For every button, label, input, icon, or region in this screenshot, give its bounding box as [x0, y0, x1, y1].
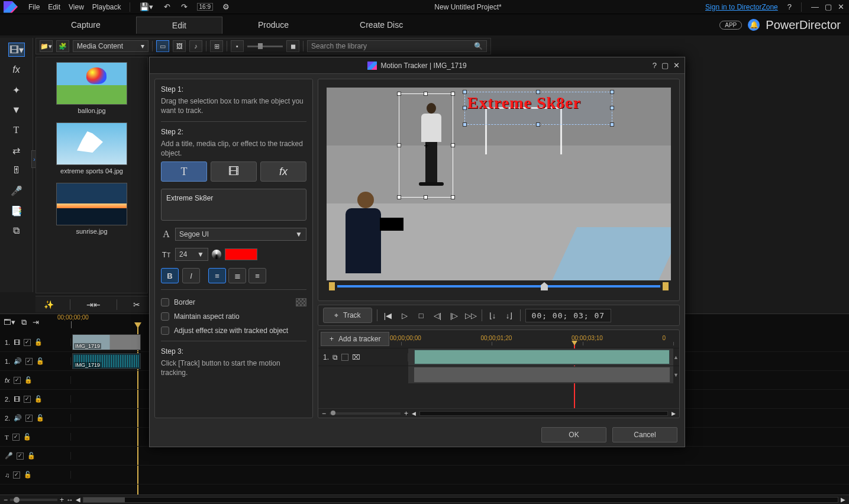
stop-icon[interactable]: □	[415, 309, 427, 321]
notification-icon[interactable]: 🔔	[748, 19, 760, 31]
mini-scroll-up-icon[interactable]: ▲	[673, 354, 679, 360]
zoom-fit-icon[interactable]: ↔	[66, 496, 73, 504]
track-header-audio-1[interactable]: 1.🔊🔓	[0, 357, 71, 365]
thumb-large-icon[interactable]: ◼	[286, 40, 299, 52]
media-item[interactable]: ballon.jpg	[41, 62, 143, 114]
chapter-room-icon[interactable]: 📑	[8, 203, 25, 218]
minimize-icon[interactable]: —	[810, 2, 820, 11]
lock-icon[interactable]: 🔓	[34, 338, 43, 346]
split-icon[interactable]: ⇥⇤	[86, 300, 101, 309]
track-header-music[interactable]: ♫🔓	[0, 471, 71, 479]
title-text-input[interactable]: Extreme Sk8er	[161, 189, 306, 221]
scroll-left-icon[interactable]: ◀	[76, 496, 80, 503]
add-tracker-button[interactable]: +Add a tracker	[321, 332, 389, 346]
add-media-button[interactable]: 🎞	[211, 161, 257, 182]
mini-zoom-in-icon[interactable]: +	[404, 409, 408, 418]
help-icon[interactable]: ?	[786, 2, 793, 11]
settings-icon[interactable]: ⚙	[221, 2, 231, 11]
mini-scroll-down-icon[interactable]: ▼	[673, 372, 679, 378]
tab-capture[interactable]: Capture	[35, 17, 136, 33]
effect-size-checkbox[interactable]	[161, 327, 169, 335]
close-icon[interactable]: ✕	[837, 2, 845, 11]
tab-edit[interactable]: Edit	[136, 17, 222, 34]
zoom-out-icon[interactable]: −	[4, 496, 8, 504]
menu-edit[interactable]: Edit	[48, 3, 60, 11]
track-header-video-1[interactable]: 1.🎞🔓	[0, 338, 71, 346]
magic-fix-icon[interactable]: ✨	[44, 300, 54, 309]
timeline-clip[interactable]: IMG_1719	[72, 353, 141, 369]
font-size-dropdown[interactable]: 24▼	[175, 248, 208, 261]
aspect-checkbox[interactable]	[161, 312, 169, 321]
add-effect-button[interactable]: fx	[260, 161, 306, 182]
mark-in-icon[interactable]: ⌊↓	[487, 309, 499, 321]
audio-mixing-icon[interactable]: 🎚	[8, 163, 25, 177]
prev-frame-icon[interactable]: ◁|	[432, 309, 444, 321]
tl-marker-icon[interactable]: ⧉	[21, 318, 27, 327]
font-family-dropdown[interactable]: Segoe UI▼	[175, 228, 306, 241]
subtitle-room-icon[interactable]: ⧉	[8, 224, 25, 238]
ok-button[interactable]: OK	[541, 427, 606, 442]
track-header-title[interactable]: T🔓	[0, 433, 71, 441]
tracker-clip[interactable]	[414, 350, 670, 364]
mini-zoom-slider[interactable]	[330, 412, 401, 415]
mark-out-icon[interactable]: ↓⌋	[503, 309, 515, 321]
scroll-right-icon[interactable]: ▶	[841, 496, 845, 503]
align-left-button[interactable]: ≡	[208, 268, 226, 283]
sign-in-link[interactable]: Sign in to DirectorZone	[705, 3, 778, 11]
media-room-icon[interactable]: 🎞▾	[8, 43, 25, 57]
undo-icon[interactable]: ↶	[163, 2, 172, 11]
filter-audio-icon[interactable]: ♪	[189, 40, 202, 52]
pip-room-icon[interactable]: ✦	[8, 83, 25, 97]
border-color-swatch[interactable]	[296, 298, 306, 306]
title-room-icon[interactable]: T	[8, 123, 25, 137]
app-store-pill[interactable]: APP	[719, 21, 742, 30]
track-header-audio-2[interactable]: 2.🔊🔓	[0, 414, 71, 422]
timeline-clip[interactable]: IMG_1719	[72, 334, 141, 350]
dialog-close-icon[interactable]: ✕	[673, 61, 680, 70]
lock-icon[interactable]: 🔓	[24, 376, 33, 384]
tl-snap-icon[interactable]: ⇥	[33, 318, 39, 327]
import-icon[interactable]: 📁▾	[40, 40, 53, 52]
lock-icon[interactable]: 🔓	[36, 414, 44, 422]
timecode-display[interactable]: 00; 00; 03; 07	[525, 309, 612, 322]
effect-room-icon[interactable]: fx	[8, 63, 25, 77]
save-icon[interactable]: 💾▾	[138, 2, 154, 11]
mini-zoom-out-icon[interactable]: −	[322, 409, 326, 418]
tab-produce[interactable]: Produce	[222, 17, 324, 33]
library-dropdown[interactable]: Media Content▾	[73, 40, 149, 52]
scrub-playhead[interactable]	[541, 282, 548, 290]
library-search-input[interactable]: Search the library 🔍	[307, 40, 487, 52]
add-title-button[interactable]: T	[161, 161, 207, 182]
transition-room-icon[interactable]: ⇄	[8, 143, 25, 157]
lock-icon[interactable]: 🔓	[23, 433, 31, 441]
plugin-icon[interactable]: 🧩	[56, 40, 69, 52]
menu-view[interactable]: View	[69, 3, 84, 11]
zoom-in-icon[interactable]: +	[60, 496, 64, 504]
align-right-button[interactable]: ≡	[248, 268, 266, 283]
particle-room-icon[interactable]: ▼	[8, 103, 25, 117]
menu-file[interactable]: File	[28, 3, 40, 11]
tracker-selection-box[interactable]: +	[399, 93, 453, 198]
horizontal-scrollbar[interactable]	[83, 497, 838, 503]
dialog-help-icon[interactable]: ?	[653, 61, 657, 70]
cancel-button[interactable]: Cancel	[612, 427, 677, 442]
dialog-maximize-icon[interactable]: ▢	[661, 61, 669, 70]
lock-icon[interactable]: 🔓	[34, 395, 43, 403]
voiceover-icon[interactable]: 🎤	[8, 183, 25, 198]
track-header-fx[interactable]: fx🔓	[0, 376, 71, 384]
thumb-size-slider[interactable]	[247, 46, 283, 47]
preview-scrubber[interactable]	[327, 280, 671, 292]
italic-button[interactable]: I	[182, 268, 200, 283]
tl-view-icon[interactable]: 🗔▾	[4, 318, 15, 327]
fast-forward-icon[interactable]: ▷▷	[465, 309, 477, 321]
font-color-swatch[interactable]	[225, 248, 257, 260]
mini-scroll-left-icon[interactable]: ◀	[412, 411, 416, 416]
color-mode-icon[interactable]	[212, 250, 221, 259]
media-item[interactable]: extreme sports 04.jpg	[41, 122, 143, 175]
mini-scroll-right-icon[interactable]: ▶	[672, 411, 676, 416]
play-icon[interactable]: ▷	[399, 309, 411, 321]
mark-out-handle[interactable]	[663, 282, 669, 290]
title-overlay-box[interactable]: Extreme Sk8er	[464, 92, 612, 125]
menu-playback[interactable]: Playback	[92, 3, 121, 11]
tracker-row-header[interactable]: 1. ⧉ ⌧	[318, 353, 408, 361]
